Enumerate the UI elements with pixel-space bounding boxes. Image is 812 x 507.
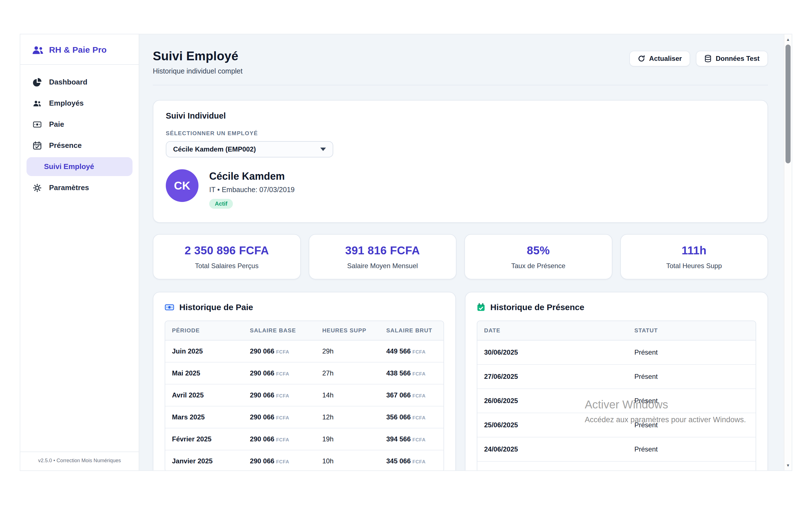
app-version: v2.5.0 • Correction Mois Numériques xyxy=(20,452,139,470)
presence-status: Présent xyxy=(627,437,756,461)
page-title: Suivi Employé xyxy=(153,49,243,63)
scrollbar-thumb[interactable] xyxy=(785,45,791,163)
pay-supp: 19h xyxy=(315,428,379,450)
page-header-text: Suivi Employé Historique individuel comp… xyxy=(153,49,243,75)
stat-value: 391 816 FCFA xyxy=(314,244,452,257)
presence-status: Présent xyxy=(627,389,756,413)
presence-history-panel: Historique de Présence DATE STATUT xyxy=(465,292,768,470)
stat-card-taux-presence: 85% Taux de Présence xyxy=(464,234,612,279)
stat-label: Taux de Présence xyxy=(469,262,607,270)
pay-history-table: PÉRIODE SALAIRE BASE HEURES SUPP SALAIRE… xyxy=(165,321,444,470)
table-row: 27/06/2025 Présent xyxy=(477,364,756,389)
pay-base: 290 066FCFA xyxy=(243,362,315,384)
table-row: Avril 2025 290 066FCFA 14h 367 066FCFA xyxy=(165,384,444,406)
pay-period: Avril 2025 xyxy=(165,384,243,406)
pay-period: Mars 2025 xyxy=(165,406,243,428)
pay-period: Janvier 2025 xyxy=(165,450,243,470)
sidebar-item-label: Employés xyxy=(49,99,84,108)
main-content: Suivi Employé Historique individuel comp… xyxy=(139,34,792,470)
brand-users-icon xyxy=(32,45,44,55)
presence-status: Présent xyxy=(627,340,756,364)
presence-history-table: DATE STATUT 30/06/2025 Présent 27/06/202… xyxy=(477,321,756,470)
pay-supp: 29h xyxy=(315,340,379,362)
table-row: 24/06/2025 Présent xyxy=(477,437,756,461)
presence-history-title-text: Historique de Présence xyxy=(490,302,584,312)
table-row: Mai 2025 290 066FCFA 27h 438 566FCFA xyxy=(165,362,444,384)
pay-history-title: Historique de Paie xyxy=(165,302,444,312)
employee-select-value: Cécile Kamdem (EMP002) xyxy=(173,145,256,153)
presence-date: 30/06/2025 xyxy=(477,340,627,364)
stat-card-salaire-moyen: 391 816 FCFA Salaire Moyen Mensuel xyxy=(309,234,457,279)
refresh-button-label: Actualiser xyxy=(649,55,682,62)
pay-period: Juin 2025 xyxy=(165,340,243,362)
pay-supp: 12h xyxy=(315,406,379,428)
pay-history-title-text: Historique de Paie xyxy=(179,302,253,312)
calendar-check-color-icon xyxy=(477,303,485,312)
gear-icon xyxy=(33,184,42,192)
sidebar-item-suivi-employe[interactable]: Suivi Employé xyxy=(27,157,133,176)
pay-brut: 367 066FCFA xyxy=(379,384,444,406)
pay-base: 290 066FCFA xyxy=(243,428,315,450)
pay-supp: 27h xyxy=(315,362,379,384)
scrollbar[interactable]: ▲ ▼ xyxy=(784,34,792,470)
app-logo: RH & Paie Pro xyxy=(20,34,139,65)
employee-select-label: SÉLECTIONNER UN EMPLOYÉ xyxy=(166,130,755,136)
presence-status: Présent xyxy=(627,413,756,437)
stat-card-total-salaires: 2 350 896 FCFA Total Salaires Perçus xyxy=(153,234,301,279)
column-header-date: DATE xyxy=(477,321,627,340)
sidebar-item-paie[interactable]: Paie xyxy=(27,115,133,134)
table-row: Février 2025 290 066FCFA 19h 394 566FCFA xyxy=(165,428,444,450)
pay-period: Mai 2025 xyxy=(165,362,243,384)
sidebar: RH & Paie Pro Dashboard Employés Paie xyxy=(20,34,139,470)
table-row: 26/06/2025 Présent xyxy=(477,389,756,413)
column-header-periode: PÉRIODE xyxy=(165,321,243,340)
brand-name: RH & Paie Pro xyxy=(49,45,107,55)
refresh-button[interactable]: Actualiser xyxy=(629,51,690,66)
sidebar-item-dashboard[interactable]: Dashboard xyxy=(27,73,133,92)
sidebar-item-label: Paramètres xyxy=(49,183,89,192)
table-row-partial xyxy=(477,461,756,470)
sidebar-item-employes[interactable]: Employés xyxy=(27,94,133,113)
database-icon xyxy=(704,55,712,62)
sidebar-nav: Dashboard Employés Paie Présence xyxy=(20,65,139,207)
scroll-down-arrow-icon[interactable]: ▼ xyxy=(784,463,792,467)
table-row: 25/06/2025 Présent xyxy=(477,413,756,437)
employee-summary: CK Cécile Kamdem IT • Embauche: 07/03/20… xyxy=(166,169,755,209)
sidebar-item-label: Dashboard xyxy=(49,78,87,87)
chevron-down-icon xyxy=(320,148,326,151)
panels-row: Historique de Paie PÉRIODE SALAIRE BASE … xyxy=(153,292,768,470)
presence-history-title: Historique de Présence xyxy=(477,302,756,312)
column-header-salaire-brut: SALAIRE BRUT xyxy=(379,321,444,340)
page-header: Suivi Employé Historique individuel comp… xyxy=(153,49,768,75)
status-badge: Actif xyxy=(209,199,233,209)
pay-history-panel: Historique de Paie PÉRIODE SALAIRE BASE … xyxy=(153,292,456,470)
presence-status: Présent xyxy=(627,364,756,389)
sidebar-item-label: Suivi Employé xyxy=(44,162,94,171)
banknote-color-icon xyxy=(165,304,174,311)
employee-select[interactable]: Cécile Kamdem (EMP002) xyxy=(166,141,333,158)
pay-history-table-wrap: PÉRIODE SALAIRE BASE HEURES SUPP SALAIRE… xyxy=(165,321,444,470)
card-title: Suivi Individuel xyxy=(166,111,755,121)
column-header-salaire-base: SALAIRE BASE xyxy=(243,321,315,340)
stat-label: Salaire Moyen Mensuel xyxy=(314,262,452,270)
employee-info: Cécile Kamdem IT • Embauche: 07/03/2019 … xyxy=(209,169,295,209)
scroll-up-arrow-icon[interactable]: ▲ xyxy=(784,37,792,42)
test-data-button-label: Données Test xyxy=(716,55,760,62)
pay-supp: 14h xyxy=(315,384,379,406)
calendar-icon xyxy=(33,142,42,150)
pay-brut: 449 566FCFA xyxy=(379,340,444,362)
stat-value: 111h xyxy=(625,244,763,257)
employee-name: Cécile Kamdem xyxy=(209,170,295,182)
sidebar-item-parametres[interactable]: Paramètres xyxy=(27,178,133,197)
pay-supp: 10h xyxy=(315,450,379,470)
refresh-icon xyxy=(638,55,645,62)
sidebar-item-label: Paie xyxy=(49,120,64,129)
presence-date: 24/06/2025 xyxy=(477,437,627,461)
sidebar-item-presence[interactable]: Présence xyxy=(27,136,133,155)
stats-row: 2 350 896 FCFA Total Salaires Perçus 391… xyxy=(153,234,768,279)
table-row: Janvier 2025 290 066FCFA 10h 345 066FCFA xyxy=(165,450,444,470)
stat-value: 85% xyxy=(469,244,607,257)
table-row: Juin 2025 290 066FCFA 29h 449 566FCFA xyxy=(165,340,444,362)
pay-period: Février 2025 xyxy=(165,428,243,450)
test-data-button[interactable]: Données Test xyxy=(696,51,768,66)
